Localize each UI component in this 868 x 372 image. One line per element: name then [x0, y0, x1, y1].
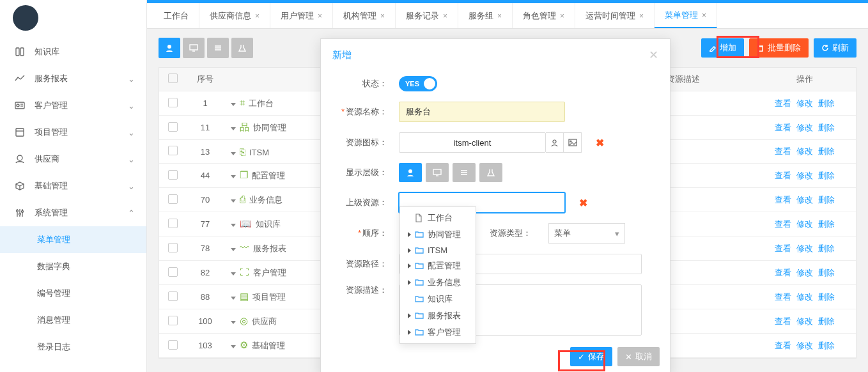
tree-item[interactable]: 工作台 [400, 210, 476, 226]
expand-caret[interactable] [231, 272, 236, 275]
op-edit[interactable]: 修改 [796, 316, 813, 326]
sidebar-item-system[interactable]: 系统管理 ⌃ [0, 199, 146, 226]
op-view[interactable]: 查看 [775, 98, 791, 108]
view-list-button[interactable] [207, 38, 229, 58]
view-flask-button[interactable] [231, 38, 253, 58]
op-view[interactable]: 查看 [775, 292, 791, 302]
tab-close-icon[interactable]: × [443, 12, 447, 20]
sidebar-item-knowledge[interactable]: 知识库 [0, 38, 146, 65]
op-del[interactable]: 删除 [818, 244, 835, 253]
expand-caret[interactable] [231, 103, 236, 106]
tree-item[interactable]: 知识库 [400, 291, 476, 307]
add-button[interactable]: 增加 [701, 38, 744, 58]
row-checkbox[interactable] [168, 267, 178, 277]
row-checkbox[interactable] [168, 146, 178, 155]
op-del[interactable]: 删除 [818, 219, 835, 229]
tab[interactable]: 菜单管理× [655, 3, 717, 28]
checkbox-all[interactable] [168, 74, 178, 83]
op-view[interactable]: 查看 [775, 244, 791, 253]
sidebar-sub-loginlog[interactable]: 登录日志 [0, 334, 146, 360]
expand-caret[interactable] [231, 152, 236, 155]
tree-item[interactable]: 客户管理 [400, 324, 476, 341]
tab-close-icon[interactable]: × [702, 11, 706, 20]
row-checkbox[interactable] [168, 194, 178, 204]
row-checkbox[interactable] [168, 340, 178, 350]
sidebar-item-report[interactable]: 服务报表 ⌄ [0, 65, 146, 92]
row-checkbox[interactable] [168, 170, 178, 180]
sidebar-item-project[interactable]: 项目管理 ⌄ [0, 119, 146, 146]
tab[interactable]: 工作台 [153, 3, 199, 28]
op-del[interactable]: 删除 [818, 171, 835, 180]
expand-caret[interactable] [231, 297, 236, 300]
expand-caret[interactable] [231, 248, 236, 251]
op-del[interactable]: 删除 [818, 268, 835, 277]
tree-item[interactable]: 协同管理 [400, 226, 476, 243]
row-checkbox[interactable] [168, 219, 178, 228]
tree-item[interactable]: 配置管理 [400, 258, 476, 274]
level-user-button[interactable] [399, 163, 422, 182]
tab-close-icon[interactable]: × [560, 12, 564, 20]
user-picker-icon[interactable] [546, 132, 564, 153]
view-monitor-button[interactable] [183, 38, 205, 58]
op-del[interactable]: 删除 [818, 123, 835, 132]
clear-icon-button[interactable]: ✖ [596, 137, 604, 149]
op-del[interactable]: 删除 [818, 292, 835, 302]
tab[interactable]: 运营时间管理× [575, 3, 655, 28]
op-edit[interactable]: 修改 [796, 268, 813, 277]
close-icon[interactable]: ✕ [649, 48, 658, 62]
op-view[interactable]: 查看 [775, 316, 791, 326]
op-view[interactable]: 查看 [775, 123, 791, 132]
op-view[interactable]: 查看 [775, 146, 791, 156]
op-edit[interactable]: 修改 [796, 219, 813, 229]
row-checkbox[interactable] [168, 98, 178, 107]
batch-delete-button[interactable]: 批量删除 [749, 38, 809, 58]
op-view[interactable]: 查看 [775, 219, 791, 229]
avatar[interactable] [13, 5, 38, 31]
row-checkbox[interactable] [168, 291, 178, 301]
expand-caret[interactable] [231, 199, 236, 203]
op-view[interactable]: 查看 [775, 268, 791, 277]
level-flask-button[interactable] [479, 163, 502, 182]
refresh-button[interactable]: 刷新 [814, 38, 856, 58]
tab-close-icon[interactable]: × [255, 12, 260, 20]
op-edit[interactable]: 修改 [796, 341, 813, 350]
expand-caret[interactable] [231, 175, 236, 178]
level-list-button[interactable] [453, 163, 476, 182]
tree-item[interactable]: 服务报表 [400, 307, 476, 324]
row-checkbox[interactable] [168, 316, 178, 325]
op-edit[interactable]: 修改 [796, 146, 813, 156]
expand-caret[interactable] [231, 345, 236, 348]
image-picker-icon[interactable] [564, 132, 582, 153]
tab-close-icon[interactable]: × [639, 12, 644, 20]
save-button[interactable]: ✓ 保存 [570, 347, 612, 366]
tab-close-icon[interactable]: × [380, 12, 385, 20]
sidebar-sub-numbering[interactable]: 编号管理 [0, 280, 146, 307]
op-view[interactable]: 查看 [775, 171, 791, 180]
expand-caret[interactable] [231, 224, 236, 227]
op-edit[interactable]: 修改 [796, 292, 813, 302]
tab[interactable]: 角色管理× [513, 3, 575, 28]
op-del[interactable]: 删除 [818, 146, 835, 156]
sidebar-item-base[interactable]: 基础管理 ⌄ [0, 173, 146, 199]
sidebar-sub-menu-mgmt[interactable]: 菜单管理 [0, 226, 146, 253]
op-edit[interactable]: 修改 [796, 123, 813, 132]
op-del[interactable]: 删除 [818, 195, 835, 205]
tab[interactable]: 供应商信息× [199, 3, 270, 28]
sidebar-item-customer[interactable]: 客户管理 ⌄ [0, 92, 146, 119]
tab[interactable]: 用户管理× [270, 3, 333, 28]
resource-icon-input[interactable] [399, 132, 546, 153]
expand-caret[interactable] [231, 127, 236, 130]
view-user-button[interactable] [159, 38, 180, 58]
op-edit[interactable]: 修改 [796, 195, 813, 205]
op-del[interactable]: 删除 [818, 341, 835, 350]
tab[interactable]: 服务记录× [396, 3, 458, 28]
level-monitor-button[interactable] [426, 163, 449, 182]
op-view[interactable]: 查看 [775, 195, 791, 205]
tree-item[interactable]: ITSM [400, 243, 476, 258]
op-edit[interactable]: 修改 [796, 244, 813, 253]
resource-name-input[interactable] [399, 102, 565, 122]
tab-close-icon[interactable]: × [318, 12, 322, 20]
tree-item[interactable]: 业务信息 [400, 274, 476, 291]
tab-close-icon[interactable]: × [497, 12, 502, 20]
row-checkbox[interactable] [168, 122, 178, 132]
